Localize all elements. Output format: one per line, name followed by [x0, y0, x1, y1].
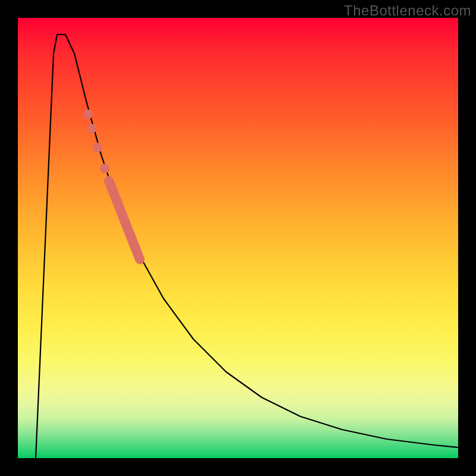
marker-dot-3 — [83, 109, 93, 119]
bottleneck-curve — [36, 35, 458, 458]
chart-frame: TheBottleneck.com — [0, 0, 476, 476]
marker-dots-group — [83, 109, 109, 173]
marker-dot-2 — [87, 124, 96, 133]
watermark-text: TheBottleneck.com — [344, 2, 471, 19]
marker-dot-1 — [93, 143, 102, 152]
marker-dot-0 — [100, 164, 109, 173]
plot-area — [18, 18, 458, 458]
chart-svg — [18, 18, 458, 458]
marker-bar — [109, 181, 140, 259]
